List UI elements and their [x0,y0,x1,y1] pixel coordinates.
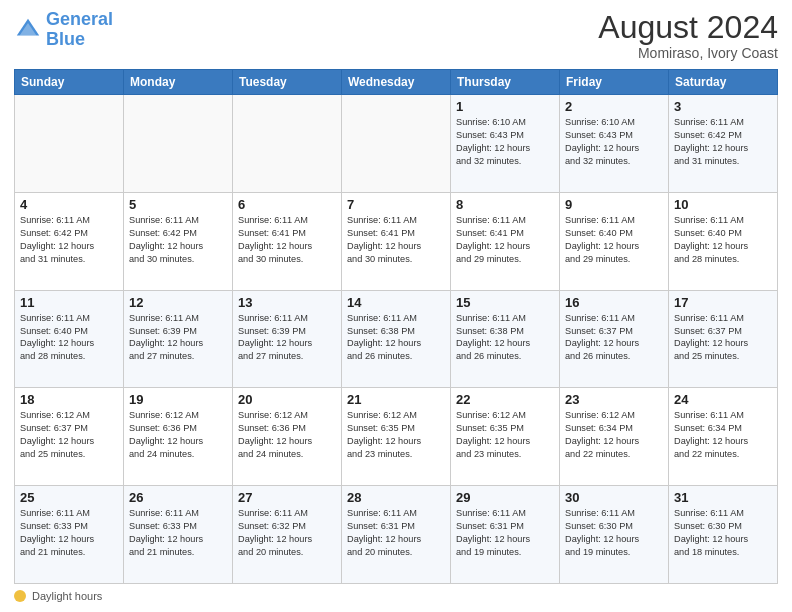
day-cell: 20Sunrise: 6:12 AM Sunset: 6:36 PM Dayli… [233,388,342,486]
day-number: 4 [20,197,118,212]
day-number: 19 [129,392,227,407]
day-info: Sunrise: 6:11 AM Sunset: 6:42 PM Dayligh… [20,214,118,266]
day-info: Sunrise: 6:11 AM Sunset: 6:39 PM Dayligh… [129,312,227,364]
day-info: Sunrise: 6:12 AM Sunset: 6:37 PM Dayligh… [20,409,118,461]
day-info: Sunrise: 6:11 AM Sunset: 6:40 PM Dayligh… [565,214,663,266]
day-info: Sunrise: 6:11 AM Sunset: 6:32 PM Dayligh… [238,507,336,559]
day-info: Sunrise: 6:11 AM Sunset: 6:41 PM Dayligh… [347,214,445,266]
calendar-table: SundayMondayTuesdayWednesdayThursdayFrid… [14,69,778,584]
day-number: 31 [674,490,772,505]
logo-icon [14,16,42,44]
day-info: Sunrise: 6:11 AM Sunset: 6:37 PM Dayligh… [565,312,663,364]
header: General Blue August 2024 Momiraso, Ivory… [14,10,778,61]
week-row-0: 1Sunrise: 6:10 AM Sunset: 6:43 PM Daylig… [15,95,778,193]
day-cell: 8Sunrise: 6:11 AM Sunset: 6:41 PM Daylig… [451,192,560,290]
day-number: 8 [456,197,554,212]
day-header-thursday: Thursday [451,70,560,95]
day-header-friday: Friday [560,70,669,95]
day-cell: 26Sunrise: 6:11 AM Sunset: 6:33 PM Dayli… [124,486,233,584]
week-row-1: 4Sunrise: 6:11 AM Sunset: 6:42 PM Daylig… [15,192,778,290]
day-number: 16 [565,295,663,310]
day-info: Sunrise: 6:11 AM Sunset: 6:40 PM Dayligh… [674,214,772,266]
week-row-4: 25Sunrise: 6:11 AM Sunset: 6:33 PM Dayli… [15,486,778,584]
day-number: 20 [238,392,336,407]
day-info: Sunrise: 6:11 AM Sunset: 6:39 PM Dayligh… [238,312,336,364]
day-cell: 17Sunrise: 6:11 AM Sunset: 6:37 PM Dayli… [669,290,778,388]
day-info: Sunrise: 6:11 AM Sunset: 6:30 PM Dayligh… [674,507,772,559]
day-cell: 23Sunrise: 6:12 AM Sunset: 6:34 PM Dayli… [560,388,669,486]
location: Momiraso, Ivory Coast [598,45,778,61]
day-number: 11 [20,295,118,310]
day-number: 26 [129,490,227,505]
day-number: 27 [238,490,336,505]
day-number: 12 [129,295,227,310]
day-number: 2 [565,99,663,114]
day-cell: 11Sunrise: 6:11 AM Sunset: 6:40 PM Dayli… [15,290,124,388]
day-cell [233,95,342,193]
day-cell: 13Sunrise: 6:11 AM Sunset: 6:39 PM Dayli… [233,290,342,388]
day-header-monday: Monday [124,70,233,95]
day-number: 30 [565,490,663,505]
day-number: 1 [456,99,554,114]
logo-text: General Blue [46,10,113,50]
legend-sun-icon [14,590,26,602]
day-info: Sunrise: 6:12 AM Sunset: 6:36 PM Dayligh… [238,409,336,461]
title-block: August 2024 Momiraso, Ivory Coast [598,10,778,61]
day-number: 24 [674,392,772,407]
page: General Blue August 2024 Momiraso, Ivory… [0,0,792,612]
day-header-saturday: Saturday [669,70,778,95]
day-number: 18 [20,392,118,407]
day-number: 7 [347,197,445,212]
day-info: Sunrise: 6:11 AM Sunset: 6:34 PM Dayligh… [674,409,772,461]
day-cell [124,95,233,193]
day-cell: 4Sunrise: 6:11 AM Sunset: 6:42 PM Daylig… [15,192,124,290]
day-info: Sunrise: 6:11 AM Sunset: 6:42 PM Dayligh… [674,116,772,168]
day-number: 17 [674,295,772,310]
day-info: Sunrise: 6:11 AM Sunset: 6:31 PM Dayligh… [456,507,554,559]
day-cell: 9Sunrise: 6:11 AM Sunset: 6:40 PM Daylig… [560,192,669,290]
day-info: Sunrise: 6:11 AM Sunset: 6:38 PM Dayligh… [347,312,445,364]
day-info: Sunrise: 6:11 AM Sunset: 6:33 PM Dayligh… [129,507,227,559]
day-cell: 28Sunrise: 6:11 AM Sunset: 6:31 PM Dayli… [342,486,451,584]
day-info: Sunrise: 6:12 AM Sunset: 6:34 PM Dayligh… [565,409,663,461]
day-cell [342,95,451,193]
day-number: 14 [347,295,445,310]
day-cell: 24Sunrise: 6:11 AM Sunset: 6:34 PM Dayli… [669,388,778,486]
day-header-wednesday: Wednesday [342,70,451,95]
day-number: 25 [20,490,118,505]
day-info: Sunrise: 6:11 AM Sunset: 6:38 PM Dayligh… [456,312,554,364]
legend: Daylight hours [14,590,778,602]
day-number: 21 [347,392,445,407]
day-cell: 7Sunrise: 6:11 AM Sunset: 6:41 PM Daylig… [342,192,451,290]
week-row-3: 18Sunrise: 6:12 AM Sunset: 6:37 PM Dayli… [15,388,778,486]
day-info: Sunrise: 6:11 AM Sunset: 6:41 PM Dayligh… [238,214,336,266]
logo: General Blue [14,10,113,50]
day-info: Sunrise: 6:11 AM Sunset: 6:33 PM Dayligh… [20,507,118,559]
day-info: Sunrise: 6:12 AM Sunset: 6:35 PM Dayligh… [456,409,554,461]
month-year: August 2024 [598,10,778,45]
day-cell: 30Sunrise: 6:11 AM Sunset: 6:30 PM Dayli… [560,486,669,584]
logo-line2: Blue [46,29,85,49]
day-info: Sunrise: 6:11 AM Sunset: 6:37 PM Dayligh… [674,312,772,364]
day-cell: 27Sunrise: 6:11 AM Sunset: 6:32 PM Dayli… [233,486,342,584]
week-row-2: 11Sunrise: 6:11 AM Sunset: 6:40 PM Dayli… [15,290,778,388]
day-number: 29 [456,490,554,505]
day-cell [15,95,124,193]
day-number: 10 [674,197,772,212]
day-info: Sunrise: 6:11 AM Sunset: 6:40 PM Dayligh… [20,312,118,364]
day-cell: 21Sunrise: 6:12 AM Sunset: 6:35 PM Dayli… [342,388,451,486]
day-number: 23 [565,392,663,407]
day-cell: 3Sunrise: 6:11 AM Sunset: 6:42 PM Daylig… [669,95,778,193]
day-info: Sunrise: 6:12 AM Sunset: 6:36 PM Dayligh… [129,409,227,461]
day-cell: 1Sunrise: 6:10 AM Sunset: 6:43 PM Daylig… [451,95,560,193]
day-number: 6 [238,197,336,212]
day-info: Sunrise: 6:11 AM Sunset: 6:42 PM Dayligh… [129,214,227,266]
day-cell: 16Sunrise: 6:11 AM Sunset: 6:37 PM Dayli… [560,290,669,388]
day-cell: 14Sunrise: 6:11 AM Sunset: 6:38 PM Dayli… [342,290,451,388]
day-info: Sunrise: 6:11 AM Sunset: 6:41 PM Dayligh… [456,214,554,266]
day-number: 5 [129,197,227,212]
day-number: 28 [347,490,445,505]
calendar-header: SundayMondayTuesdayWednesdayThursdayFrid… [15,70,778,95]
day-cell: 10Sunrise: 6:11 AM Sunset: 6:40 PM Dayli… [669,192,778,290]
day-header-sunday: Sunday [15,70,124,95]
